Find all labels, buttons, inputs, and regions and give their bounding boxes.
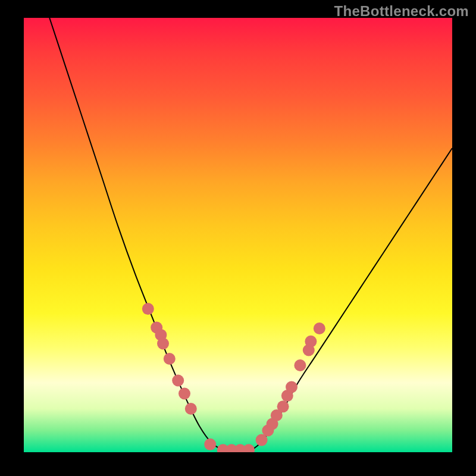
watermark-text: TheBottleneck.com [334,3,469,20]
data-marker [157,338,169,350]
data-marker [305,336,317,347]
chart-container: TheBottleneck.com [0,0,476,476]
data-marker [178,387,190,399]
data-marker [164,353,176,365]
data-marker [204,439,216,450]
chart-svg [24,18,452,452]
data-marker [243,444,255,452]
data-marker [142,303,154,315]
marker-group [142,303,325,452]
data-marker [185,403,197,415]
data-marker [172,375,184,387]
plot-area [24,18,452,452]
data-marker [314,322,325,334]
bottleneck-curve [49,18,452,451]
data-marker [286,381,298,393]
data-marker [294,359,306,371]
data-marker [277,400,289,412]
